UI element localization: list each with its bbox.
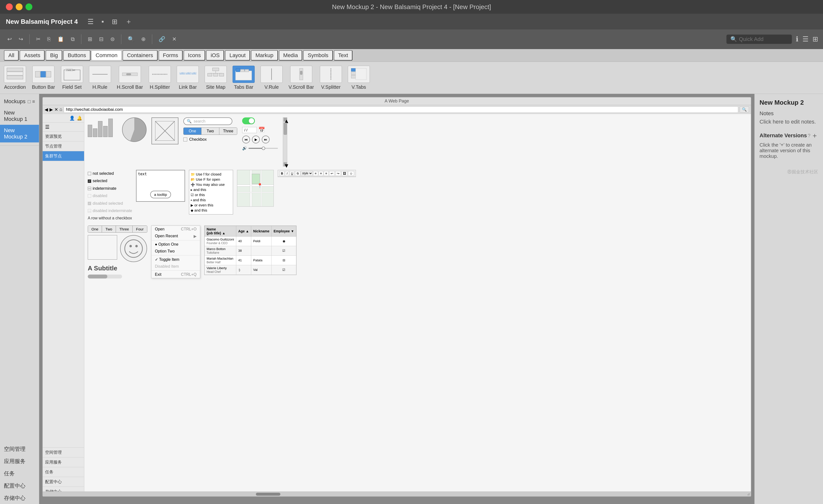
h-scrollbar-thumb[interactable] xyxy=(256,493,280,496)
palette-item-button-bar[interactable]: Button Bar xyxy=(32,66,55,90)
resize-handle[interactable]: ⊿ xyxy=(747,492,750,496)
tab-big[interactable]: Big xyxy=(45,50,62,60)
tab-containers[interactable]: Containers xyxy=(123,50,157,60)
palette-item-field-set[interactable]: Field Set Field Set xyxy=(61,66,83,90)
sidebar-list-icon[interactable]: ≡ xyxy=(32,99,35,105)
checkbox-empty[interactable] xyxy=(183,138,187,141)
volume-thumb[interactable] xyxy=(262,147,265,150)
canvas-area[interactable]: A Web Page ◀ ▶ ✕ ⌂ 🔍 👤 🔔 xyxy=(39,94,755,504)
browser-close-button[interactable]: ✕ xyxy=(54,107,58,112)
palette-item-accordion[interactable]: Accordion xyxy=(4,66,26,90)
palette-item-tabs-bar[interactable]: Tabs Bar xyxy=(232,66,255,90)
tab-layout[interactable]: Layout xyxy=(225,50,250,60)
redo-button[interactable]: ↪ xyxy=(16,34,25,44)
rte-ul-button[interactable]: ≡ xyxy=(313,171,318,176)
tab-markup[interactable]: Markup xyxy=(251,50,278,60)
col-employee[interactable]: Employee ▼ xyxy=(272,226,296,236)
tab-symbols[interactable]: Symbols xyxy=(303,50,333,60)
browser-back-button[interactable]: ◀ xyxy=(45,107,48,112)
tab-icons[interactable]: Icons xyxy=(184,50,205,60)
menu-open[interactable]: Open CTRL+O xyxy=(151,226,200,233)
sidebar-item-mockup-1[interactable]: New Mockup 1 xyxy=(0,107,39,125)
sidebar-item-mockup-2[interactable]: New Mockup 2 xyxy=(0,125,39,142)
cut-button[interactable]: ✂ xyxy=(34,34,43,44)
nav-item-apps[interactable]: 应用服务 xyxy=(43,457,84,467)
menu-option-two[interactable]: Option Two xyxy=(151,248,200,255)
nav-item-cluster[interactable]: 集群节点 xyxy=(43,151,84,161)
rte-underline-button[interactable]: U xyxy=(290,171,295,176)
copy-button[interactable]: ⎘ xyxy=(45,34,53,44)
clone-button[interactable]: ⧉ xyxy=(68,34,77,44)
menu-exit[interactable]: Exit CTRL+Q xyxy=(151,271,200,278)
tab-forms[interactable]: Forms xyxy=(159,50,183,60)
sidebar-item-config-center[interactable]: 配置中心 xyxy=(0,480,39,492)
tab2-three[interactable]: Three xyxy=(116,226,133,232)
search-placeholder[interactable]: search xyxy=(194,119,205,124)
h-scrollbar[interactable]: ⊿ xyxy=(43,492,751,496)
palette-item-v-scroll-bar[interactable]: V.Scroll Bar xyxy=(289,66,314,90)
palette-item-link-bar[interactable]: Link1 Link2 Link3 Link Bar xyxy=(177,66,199,90)
tab-two[interactable]: Two xyxy=(201,128,219,135)
tab2-two[interactable]: Two xyxy=(102,226,116,232)
nav-item-resources[interactable]: 资源预览 xyxy=(43,132,84,141)
bell-icon[interactable]: 🔔 xyxy=(77,116,82,121)
nav-item-nodes[interactable]: 节点管理 xyxy=(43,141,84,151)
volume-track[interactable] xyxy=(249,148,278,149)
browser-search-button[interactable]: 🔍 xyxy=(740,107,749,113)
play-button[interactable]: ▶ xyxy=(252,136,260,143)
browser-home-button[interactable]: ⌂ xyxy=(59,107,62,112)
tab-text[interactable]: Text xyxy=(334,50,352,60)
browser-address-input[interactable] xyxy=(64,107,738,113)
fast-forward-button[interactable]: ⏭ xyxy=(262,136,270,143)
sidebar-new-icon[interactable]: □ xyxy=(28,99,31,105)
cb-1[interactable] xyxy=(88,172,91,175)
ungroup-button[interactable]: ⊟ xyxy=(97,34,106,44)
rewind-button[interactable]: ⏮ xyxy=(242,136,250,143)
link-button[interactable]: 🔗 xyxy=(156,34,168,44)
grid-icon[interactable]: ⊞ xyxy=(812,35,818,43)
toggle-switch[interactable] xyxy=(242,118,255,124)
palette-item-h-rule[interactable]: H.Rule xyxy=(89,66,111,90)
palette-item-v-splitter[interactable]: V.Splitter xyxy=(320,66,342,90)
tab-buttons[interactable]: Buttons xyxy=(63,50,91,60)
col-age[interactable]: Age ▲ xyxy=(236,226,251,236)
palette-item-v-tabs[interactable]: V.Tabs xyxy=(348,66,370,90)
v-scrollbar-thumb[interactable] xyxy=(284,123,287,135)
notes-content[interactable]: Click here to edit notes. xyxy=(760,119,818,125)
palette-item-v-rule[interactable]: V.Rule xyxy=(261,66,283,90)
rte-emoji-button[interactable]: ☺ xyxy=(348,171,354,176)
hamburger-menu-button[interactable]: ☰ xyxy=(86,17,96,27)
tab-assets[interactable]: Assets xyxy=(20,50,45,60)
undo-button[interactable]: ↩ xyxy=(5,34,14,44)
nav-item-tasks[interactable]: 任务 xyxy=(43,467,84,477)
rte-image-button[interactable]: 🖼 xyxy=(341,171,347,176)
nav-item-config[interactable]: 配置中心 xyxy=(43,477,84,487)
cb-2[interactable]: ✓ xyxy=(88,179,91,183)
menu-toggle[interactable]: ✓ Toggle Item xyxy=(151,256,200,263)
info-icon[interactable]: ℹ xyxy=(796,35,799,43)
rte-indent-button[interactable]: ≡ xyxy=(324,171,329,176)
tab-media[interactable]: Media xyxy=(279,50,302,60)
list-icon[interactable]: ☰ xyxy=(802,35,809,43)
tab-one[interactable]: One xyxy=(184,128,201,135)
quick-add-input[interactable] xyxy=(739,36,788,42)
zoom-out-button[interactable]: 🔍 xyxy=(125,34,137,44)
browser-forward-button[interactable]: ▶ xyxy=(49,107,53,112)
rte-strikethrough-button[interactable]: S xyxy=(295,171,300,176)
alternate-desc[interactable]: Click the '+' to create an alternate ver… xyxy=(760,142,818,159)
align-button[interactable]: ⊜ xyxy=(108,34,117,44)
rte-italic-button[interactable]: I xyxy=(285,171,289,176)
zoom-in-button[interactable]: ⊕ xyxy=(139,34,148,44)
alternate-help-icon[interactable]: ? xyxy=(808,133,811,139)
cb-3[interactable]: — xyxy=(88,187,91,190)
alternate-add-button[interactable]: ＋ xyxy=(811,131,818,140)
paste-button[interactable]: 📋 xyxy=(55,34,66,44)
rte-bold-button[interactable]: B xyxy=(279,171,285,176)
palette-item-h-splitter[interactable]: H.Splitter xyxy=(149,66,171,90)
sidebar-item-storage-center[interactable]: 存储中心 xyxy=(0,492,39,504)
minimize-button[interactable] xyxy=(16,3,23,10)
menu-open-recent[interactable]: Open Recent ▶ xyxy=(151,233,200,240)
nav-item-space[interactable]: 空间管理 xyxy=(43,447,84,457)
rte-ol-button[interactable]: ≡ xyxy=(319,171,324,176)
user-icon[interactable]: 👤 xyxy=(69,116,75,121)
